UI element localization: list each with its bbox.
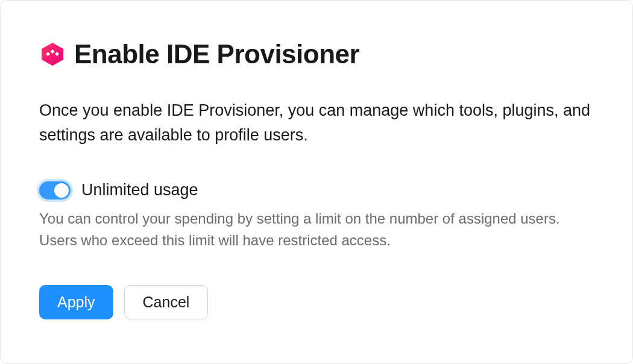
dialog-title: Enable IDE Provisioner [74, 39, 359, 69]
ide-provisioner-logo-icon [39, 41, 66, 67]
svg-marker-0 [42, 43, 63, 66]
dialog-header: Enable IDE Provisioner [39, 39, 594, 69]
dialog-description: Once you enable IDE Provisioner, you can… [39, 98, 594, 147]
dialog-buttons: Apply Cancel [39, 285, 594, 319]
unlimited-usage-row: Unlimited usage [39, 181, 594, 199]
usage-hint: You can control your spending by setting… [39, 208, 594, 251]
unlimited-usage-toggle[interactable] [39, 181, 71, 199]
apply-button[interactable]: Apply [39, 285, 113, 319]
cancel-button[interactable]: Cancel [124, 285, 209, 319]
unlimited-usage-label: Unlimited usage [81, 181, 198, 199]
toggle-knob [54, 183, 69, 198]
enable-ide-provisioner-dialog: Enable IDE Provisioner Once you enable I… [0, 0, 633, 364]
